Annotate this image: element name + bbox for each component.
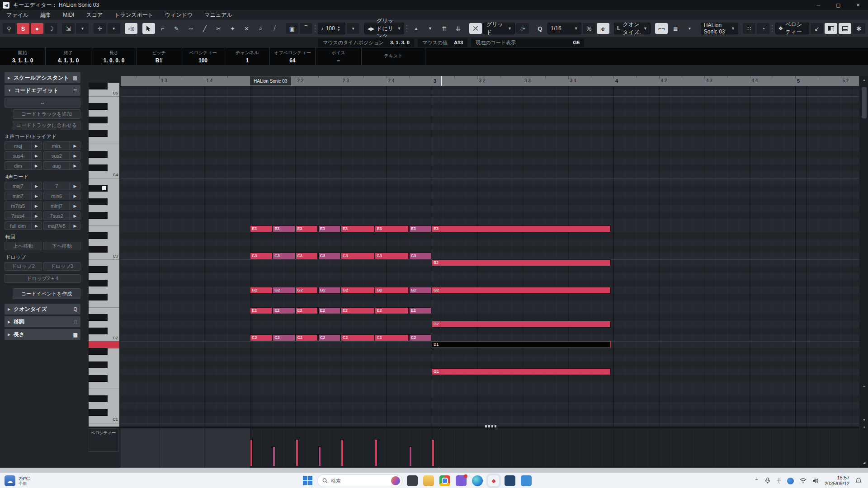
move-up-octave-icon[interactable]: ⇈ <box>438 23 451 34</box>
scroll-up-icon[interactable]: ▲ <box>861 77 867 82</box>
note-E2-5.5[interactable]: E2 <box>318 307 340 314</box>
piano-key-Cs1[interactable] <box>89 409 108 416</box>
chord-arpeggio-arrow[interactable]: ▶ <box>70 212 80 220</box>
step-input-icon[interactable]: ∷ <box>743 23 755 34</box>
note-B1-8[interactable]: B1 <box>432 341 611 348</box>
note-C2-7.5[interactable]: C2 <box>409 334 431 341</box>
tetrad-m7b5[interactable]: m7/b5▶ <box>5 202 42 210</box>
add-chord-track-button[interactable]: コードトラックを追加 <box>13 109 80 119</box>
part-crosshair-menu-arrow[interactable]: ▼ <box>108 23 120 34</box>
triad-sus2[interactable]: sus2▶ <box>43 151 81 160</box>
note-G2-4.5[interactable]: G2 <box>273 287 295 294</box>
taskbar-app-chrome[interactable] <box>439 475 450 486</box>
taskbar-weather-widget[interactable]: ☁ 29°C 小雨 <box>0 475 68 486</box>
info-field-0[interactable]: 開始3. 1. 1. 0 <box>0 48 46 65</box>
corner-grip-icon[interactable]: ◢ <box>861 460 867 465</box>
piano-key-Ds2[interactable] <box>89 314 108 321</box>
solo-button[interactable]: S <box>17 23 29 34</box>
tetrad-fulldim[interactable]: full dim▶ <box>5 221 42 230</box>
triad-dim[interactable]: dim▶ <box>5 161 42 170</box>
tetrad-min7[interactable]: min7▶ <box>5 192 42 200</box>
tetrad-7sus2[interactable]: 7sus2▶ <box>43 211 81 220</box>
chord-arpeggio-arrow[interactable]: ▶ <box>31 142 42 150</box>
note-G2-8[interactable]: G2 <box>432 287 611 294</box>
piano-key-Fs3[interactable] <box>89 212 108 219</box>
note-C2-6.75[interactable]: C2 <box>375 334 408 341</box>
velocity-bar[interactable] <box>409 446 412 466</box>
tetrad-min6[interactable]: min6▶ <box>43 192 81 200</box>
note-E3-8[interactable]: E3 <box>432 225 611 232</box>
quantize-preset-dropdown[interactable]: 1/16 ▼ <box>547 23 581 34</box>
note-E2-4[interactable]: E2 <box>250 307 272 314</box>
taskbar-clock[interactable]: 15:57 2025/09/12 <box>825 475 849 487</box>
taskbar-app-app-purple[interactable] <box>456 475 467 486</box>
note-C2-6[interactable]: C2 <box>341 334 374 341</box>
tetrad-7sus4[interactable]: 7sus4▶ <box>5 211 42 220</box>
note-C3-4.5[interactable]: C3 <box>273 253 295 259</box>
note-G2-6.75[interactable]: G2 <box>375 287 408 294</box>
velocity-bar[interactable] <box>432 439 434 466</box>
length-link-grid-dropdown[interactable]: ◀▶ グリッドにリンク ▼ <box>364 23 405 34</box>
line-tool[interactable]: ⧸ <box>269 23 281 34</box>
playhead-line[interactable] <box>441 428 441 468</box>
start-button[interactable] <box>303 476 313 486</box>
panel-scale-assistant[interactable]: ▶スケールアシスタント▦ <box>5 72 80 83</box>
taskbar-app-file-explorer[interactable] <box>423 475 434 486</box>
accessibility-icon[interactable] <box>776 478 781 484</box>
info-field-2[interactable]: 長さ1. 0. 0. 0 <box>91 48 137 65</box>
piano-key-Ds1[interactable] <box>89 395 108 402</box>
piano-key-Cs5[interactable] <box>89 83 108 89</box>
note-C2-4.5[interactable]: C2 <box>273 334 295 341</box>
taskbar-app-app-blue[interactable] <box>521 475 532 486</box>
piano-key-Gs3[interactable] <box>89 198 108 205</box>
vertical-scrollbar[interactable]: ▲ ═ ▼ ● ◢ <box>860 76 868 468</box>
piano-key-Cs2[interactable] <box>89 328 108 334</box>
note-C2-5[interactable]: C2 <box>296 334 318 341</box>
move-down-octave-icon[interactable]: ⇊ <box>452 23 465 34</box>
note-C2-5.5[interactable]: C2 <box>318 334 340 341</box>
triad-sus4[interactable]: sus4▶ <box>5 151 42 160</box>
triad-min[interactable]: min.▶ <box>43 141 81 150</box>
erase-tool[interactable]: ▱ <box>184 23 197 34</box>
note-E3-6.75[interactable]: E3 <box>375 225 408 232</box>
info-field-3[interactable]: ピッチB1 <box>137 48 181 65</box>
piano-key-Gs1[interactable] <box>89 361 108 368</box>
wifi-icon[interactable] <box>800 478 807 483</box>
microphone-icon[interactable] <box>765 478 770 484</box>
note-E3-4.5[interactable]: E3 <box>273 225 295 232</box>
drop-2-4-button[interactable]: ドロップ2 + 4 <box>5 274 80 283</box>
note-grid[interactable]: E3E3E3E3E3E3E3C3C3C3C3C3C3C3G2G2G2G2G2G2… <box>121 86 859 427</box>
chord-arpeggio-arrow[interactable]: ▶ <box>31 202 42 210</box>
curve-type-icon[interactable]: ⌒ <box>300 23 312 34</box>
tetrad-7[interactable]: 7▶ <box>43 182 81 190</box>
velocity-bar[interactable] <box>341 439 344 466</box>
object-selection-tool[interactable] <box>142 23 155 34</box>
info-field-8[interactable]: テキスト <box>362 48 425 65</box>
draw-tool[interactable]: ✎ <box>170 23 183 34</box>
info-field-5[interactable]: チャンネル1 <box>225 48 270 65</box>
note-E3-6[interactable]: E3 <box>341 225 374 232</box>
triad-maj[interactable]: maj▶ <box>5 141 42 150</box>
chord-arpeggio-arrow[interactable]: ▶ <box>31 182 42 190</box>
menu-item-1[interactable]: 編集 <box>40 11 51 19</box>
chord-arpeggio-arrow[interactable]: ▶ <box>70 192 80 200</box>
note-C3-6[interactable]: C3 <box>341 253 374 259</box>
setup-gear-icon[interactable]: ✱ <box>853 23 865 34</box>
chord-arpeggio-arrow[interactable]: ▶ <box>70 222 80 230</box>
velocity-bar[interactable] <box>273 446 275 466</box>
grid-type-dropdown[interactable]: グリッド ▼ <box>483 23 515 34</box>
panel-transpose[interactable]: ▶移調⎍ <box>5 316 80 327</box>
search-highlight-image[interactable] <box>391 476 400 485</box>
volume-icon[interactable] <box>812 478 819 483</box>
velocity-bar[interactable] <box>296 439 298 466</box>
note-G2-7.5[interactable]: G2 <box>409 287 431 294</box>
piano-key-Fs1[interactable] <box>89 375 108 382</box>
knife-tool[interactable]: ╱ <box>198 23 211 34</box>
hidden-icons-chevron[interactable]: ⌃ <box>754 478 759 484</box>
tetrad-maj7[interactable]: maj7▶ <box>5 182 42 190</box>
note-C3-6.75[interactable]: C3 <box>375 253 408 259</box>
piano-key-Cs3[interactable] <box>89 246 108 253</box>
note-G1-8[interactable]: G1 <box>432 368 611 375</box>
note-E2-7.5[interactable]: E2 <box>409 307 431 314</box>
panel-quantize[interactable]: ▶クオンタイズQ <box>5 304 80 314</box>
